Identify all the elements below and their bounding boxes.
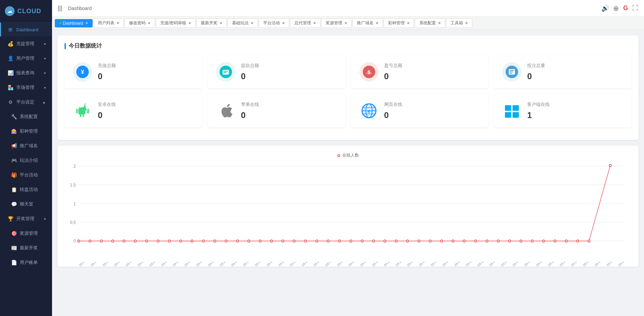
online-card-apple: 苹果在线 0 xyxy=(208,94,345,127)
sidebar-item-promote[interactable]: 📢 推广域名 xyxy=(0,139,52,153)
turntable-icon: 📋 xyxy=(11,187,17,192)
tab-sys-config[interactable]: 系统配置 ✕ xyxy=(415,18,445,28)
tab-close-icon[interactable]: ✕ xyxy=(117,21,119,25)
sidebar-item-activities[interactable]: 🎁 平台活动 xyxy=(0,168,52,182)
tab-close-icon[interactable]: ✕ xyxy=(465,21,468,25)
user-single-icon: 📄 xyxy=(11,260,17,265)
tab-tools[interactable]: 工具箱 ✕ xyxy=(446,18,472,28)
tab-close-icon[interactable]: ✕ xyxy=(344,21,347,25)
sidebar-item-latest-draw[interactable]: 📰 最新开奖 xyxy=(0,241,52,255)
sidebar-item-user-single[interactable]: 📄 用户账单 xyxy=(0,255,52,270)
sidebar-item-label: 开奖管理 xyxy=(16,216,34,222)
tab-prize-mgr[interactable]: 奖源管理 ✕ xyxy=(321,18,352,28)
sidebar: ☁ CLOUD ⊞ Dashboard 💰 充提管理 ▾ 👤 用户管理 ▾ 📊 … xyxy=(0,0,52,316)
svg-text:0.5: 0.5 xyxy=(70,220,76,225)
android-icon xyxy=(73,101,92,120)
svg-point-41 xyxy=(146,240,148,242)
dashboard-icon: ⊞ xyxy=(7,27,14,32)
sidebar-item-platform[interactable]: ⚙ 平台设定 ▲ xyxy=(0,95,52,109)
sidebar-item-chatroom[interactable]: 💬 聊天室 xyxy=(0,197,52,211)
svg-point-63 xyxy=(395,240,397,242)
online-info-web: 网页在线 0 xyxy=(384,101,480,120)
sidebar-item-sysconfig[interactable]: 🔧 系统配置 xyxy=(0,109,52,124)
sidebar-item-label: 转盘活动 xyxy=(20,186,38,193)
stat-info-recharge: 充值总额 0 xyxy=(98,63,194,81)
tab-close-icon[interactable]: ✕ xyxy=(220,21,222,25)
tab-change-pwd[interactable]: 修改密码 ✕ xyxy=(124,18,155,28)
sidebar-item-label: 聊天室 xyxy=(20,201,33,207)
tab-promote-domain[interactable]: 推广域名 ✕ xyxy=(352,18,383,28)
svg-point-64 xyxy=(406,240,409,242)
sidebar-item-dashboard[interactable]: ⊞ Dashboard xyxy=(0,23,52,36)
legend-label: 在线人数 xyxy=(342,152,359,158)
sidebar-item-label: 市场管理 xyxy=(16,84,34,91)
tab-close-icon[interactable]: ✕ xyxy=(148,21,151,25)
tab-recharge[interactable]: 充值/密码审核 ✕ xyxy=(156,18,196,28)
tab-plat-activity[interactable]: 平台活动 ✕ xyxy=(259,18,289,28)
windows-icon xyxy=(502,101,522,120)
platform-icon: ⚙ xyxy=(7,99,14,105)
svg-rect-24 xyxy=(513,112,519,118)
sidebar-item-recharge[interactable]: 💰 充提管理 ▾ xyxy=(0,36,52,51)
menu-toggle-icon[interactable]: ||| xyxy=(58,5,62,12)
google-icon[interactable]: G xyxy=(623,5,628,12)
tab-latest-draw[interactable]: 最新开奖 ✕ xyxy=(196,18,227,28)
tab-basic-play[interactable]: 基础玩法 ✕ xyxy=(227,18,258,28)
svg-point-78 xyxy=(565,240,567,242)
sidebar-item-label: 用户账单 xyxy=(20,259,38,266)
tab-user-list[interactable]: 用户列表 ✕ xyxy=(93,18,124,28)
stat-card-withdraw: 提款总额 0 xyxy=(208,55,345,89)
tab-close-icon[interactable]: ✕ xyxy=(251,21,254,25)
sidebar-item-gameplay[interactable]: 🎮 玩法介绍 xyxy=(0,153,52,168)
sidebar-item-lottery[interactable]: 🎰 彩种管理 xyxy=(0,124,52,139)
sidebar-item-users[interactable]: 👤 用户管理 ▾ xyxy=(0,51,52,66)
sidebar-item-label: 报表查询 xyxy=(16,70,34,76)
sidebar-item-lottery-mgr[interactable]: 🏆 开奖管理 ▾ xyxy=(0,211,52,226)
tab-close-icon[interactable]: ✕ xyxy=(438,21,441,25)
tab-label: 基础玩法 xyxy=(232,20,249,26)
fullscreen-icon[interactable]: ⛶ xyxy=(632,5,638,12)
tab-dashboard[interactable]: Dashboard ✕ xyxy=(55,19,93,27)
reports-icon: 📊 xyxy=(7,70,14,76)
sidebar-item-label: Dashboard xyxy=(16,27,38,32)
sidebar-item-label: 推广域名 xyxy=(20,143,38,149)
svg-text:¥: ¥ xyxy=(81,69,84,75)
stat-card-bet: 投注总量 0 xyxy=(494,55,632,89)
sidebar-item-turntable[interactable]: 📋 转盘活动 xyxy=(0,182,52,197)
header: ||| Dashboard 🔊 ⊕ G ⛶ xyxy=(52,0,644,17)
arrow-icon: ▾ xyxy=(44,42,46,46)
svg-text:2: 2 xyxy=(74,164,76,169)
online-card-client: 客户端在线 1 xyxy=(494,94,632,127)
tab-label: Dashboard xyxy=(63,21,83,26)
chatroom-icon: 💬 xyxy=(11,201,17,207)
svg-point-81 xyxy=(609,164,611,166)
content-area: 今日数据统计 ¥ 充值总额 0 xyxy=(52,30,644,316)
tab-close-icon[interactable]: ✕ xyxy=(188,21,191,25)
online-info-android: 安卓在线 0 xyxy=(98,101,194,120)
tab-active-dot xyxy=(59,22,61,24)
svg-point-56 xyxy=(316,240,318,242)
svg-point-53 xyxy=(282,240,284,242)
svg-point-69 xyxy=(463,240,465,242)
tab-agent-mgr[interactable]: 总代管理 ✕ xyxy=(290,18,320,28)
volume-icon[interactable]: 🔊 xyxy=(601,5,609,12)
recharge-stat-icon: ¥ xyxy=(73,62,92,82)
online-cards-row: 安卓在线 0 苹果在线 0 xyxy=(65,94,632,127)
tab-close-icon[interactable]: ✕ xyxy=(313,21,316,25)
svg-point-77 xyxy=(554,240,556,242)
stat-info-bet: 投注总量 0 xyxy=(527,63,623,81)
settings-icon[interactable]: ⊕ xyxy=(613,4,619,13)
svg-point-74 xyxy=(520,240,522,242)
tab-close-icon[interactable]: ✕ xyxy=(85,21,88,25)
sidebar-item-reports[interactable]: 📊 报表查询 ▾ xyxy=(0,66,52,80)
sidebar-item-prize[interactable]: 🎯 奖源管理 xyxy=(0,226,52,241)
main-area: ||| Dashboard 🔊 ⊕ G ⛶ Dashboard ✕ 用户列表 ✕… xyxy=(52,0,644,316)
tab-label: 推广域名 xyxy=(357,20,373,26)
tab-variety-mgr[interactable]: 彩种管理 ✕ xyxy=(384,18,414,28)
sidebar-item-label: 奖源管理 xyxy=(20,230,38,236)
tab-close-icon[interactable]: ✕ xyxy=(376,21,378,25)
svg-point-75 xyxy=(531,240,533,242)
sidebar-item-market[interactable]: 🏪 市场管理 ▾ xyxy=(0,80,52,95)
tab-close-icon[interactable]: ✕ xyxy=(407,21,410,25)
tab-close-icon[interactable]: ✕ xyxy=(282,21,285,25)
